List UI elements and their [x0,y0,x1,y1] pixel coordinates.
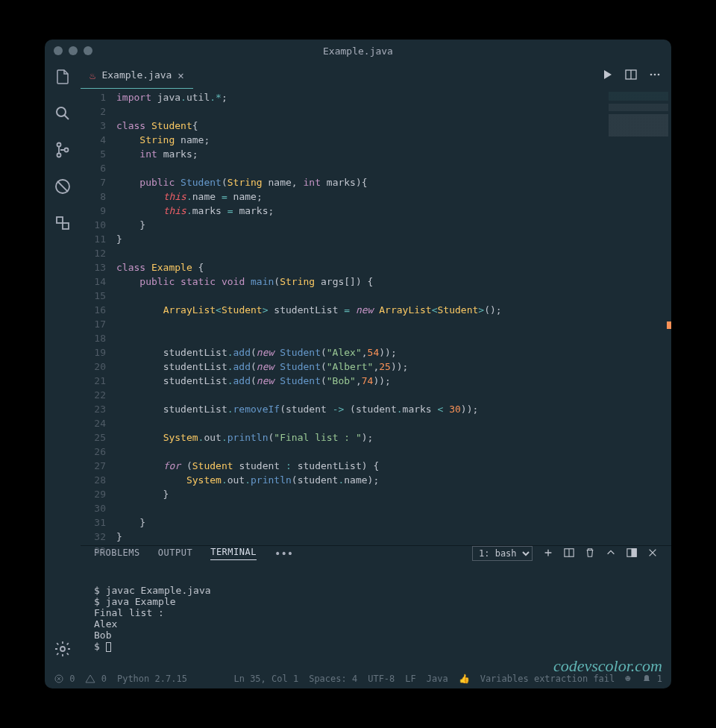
svg-rect-5 [57,217,63,223]
svg-point-7 [60,647,65,651]
window-title: Example.java [45,46,671,57]
svg-point-0 [57,107,66,116]
more-actions-icon[interactable] [649,69,661,83]
close-panel-icon[interactable] [647,547,658,560]
panel-tab-terminal[interactable]: TERMINAL [210,547,257,560]
settings-gear-icon[interactable] [54,640,72,660]
svg-point-11 [658,73,660,75]
tab-example-java[interactable]: ♨ Example.java ✕ [81,62,193,89]
explorer-icon[interactable] [54,68,72,88]
editor[interactable]: 1234567891011121314151617181920212223242… [81,89,671,545]
debug-icon[interactable] [54,178,72,198]
search-icon[interactable] [54,104,72,125]
vscode-window: Example.java ♨ Example.java ✕ [45,40,671,688]
run-icon[interactable] [601,69,613,83]
panel-more-icon[interactable]: ••• [274,547,293,559]
activity-bar [45,62,81,669]
minimap[interactable] [609,92,668,151]
svg-point-10 [654,73,656,75]
new-terminal-icon[interactable] [543,547,553,560]
svg-point-9 [650,73,653,75]
svg-point-2 [57,154,61,157]
line-numbers: 1234567891011121314151617181920212223242… [81,89,116,545]
split-terminal-icon[interactable] [564,547,574,560]
extensions-icon[interactable] [54,214,72,234]
status-errors[interactable]: 0 [54,674,75,685]
tab-actions [601,69,671,83]
source-control-icon[interactable] [54,141,72,161]
terminal[interactable]: $ javac Example.java$ java ExampleFinal … [81,561,671,676]
watermark: codevscolor.com [553,660,662,671]
tab-filename: Example.java [101,69,172,81]
panel-layout-icon[interactable] [626,547,637,560]
titlebar[interactable]: Example.java [45,40,671,62]
kill-terminal-icon[interactable] [585,547,595,560]
overview-ruler-mark [667,321,671,329]
main: ♨ Example.java ✕ 12345678910111213141516… [81,62,671,669]
svg-point-3 [65,148,69,152]
svg-rect-6 [63,223,69,229]
java-file-icon: ♨ [90,69,95,81]
tabs-row: ♨ Example.java ✕ [81,62,671,89]
panel: PROBLEMS OUTPUT TERMINAL ••• 1: bash [81,545,671,669]
maximize-panel-icon[interactable] [606,547,616,560]
svg-point-1 [57,143,61,147]
split-editor-icon[interactable] [625,69,637,83]
terminal-shell-select[interactable]: 1: bash [472,546,533,561]
panel-tab-output[interactable]: OUTPUT [158,547,192,560]
tab-close-icon[interactable]: ✕ [178,69,183,81]
body: ♨ Example.java ✕ 12345678910111213141516… [45,62,671,669]
panel-tabs: PROBLEMS OUTPUT TERMINAL ••• 1: bash [81,546,671,561]
svg-rect-14 [632,548,636,556]
code-content[interactable]: import java.util.*;class Student{ String… [116,89,609,545]
